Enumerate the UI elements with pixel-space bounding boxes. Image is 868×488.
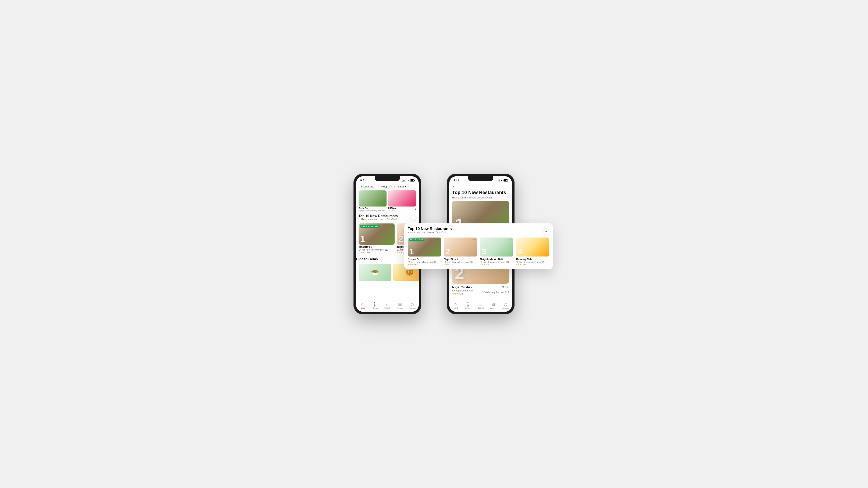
account-icon: ◎: [411, 302, 414, 307]
popup-rosarios-img-wrap: 20% off, up to $5 ♡ 1: [408, 237, 441, 257]
nigiri-star-icon: ★: [401, 252, 402, 254]
popup-rosarios[interactable]: 20% off, up to $5 ♡ 1 Rosario's 24 min •…: [408, 237, 441, 266]
detail-nigiri-rating: 4.8: [452, 292, 456, 295]
top10-title: Top 10 New Restaurants: [359, 214, 400, 218]
home-label: Home: [360, 307, 365, 309]
popup-bombay[interactable]: ♡ 4 Bombay Cafe 15 min • Free delivery o…: [516, 237, 550, 266]
sushi-bar-card[interactable]: Sushi Bar 30 min • Free delivery over $1…: [359, 190, 386, 212]
detail-rosarios-heart[interactable]: ♡: [503, 202, 507, 207]
hidden-gems-title: Hidden Gems: [356, 257, 378, 261]
rosarios-rank: 1: [360, 234, 365, 243]
nigiri-rating: 4.8: [397, 252, 400, 254]
dashpass-icon: ▶: [361, 186, 363, 188]
popup-nigiri-name: Nigiri Sushi: [444, 258, 477, 261]
search-icon: ⌕: [386, 302, 389, 306]
right-status-time: 9:41: [454, 179, 459, 182]
filter-bar: ▶ DashPass Pickup ★ Ratings ▾: [356, 183, 419, 190]
detail-title: Top 10 New Restaurants: [452, 190, 509, 195]
top10-section-header: Top 10 New Restaurants Highly rated and …: [356, 213, 419, 223]
popup-neighborhood-rating-row: 4.8 ★ (56): [480, 263, 513, 266]
rosarios-promo-badge: % 20% off, up to $5: [360, 225, 380, 228]
rosarios-info: Rosario's ▶ 24 min • Free delivery over …: [359, 246, 395, 254]
right-pickup-icon: 🚶: [466, 302, 470, 307]
liwood-heart-icon[interactable]: ♥: [414, 207, 416, 211]
popup-neighborhood-name: Neighborhood Deli: [480, 258, 513, 261]
popup-neighborhood-heart[interactable]: ♡: [509, 238, 512, 242]
popup-bombay-heart[interactable]: ♡: [546, 238, 548, 242]
rosarios-heart-icon[interactable]: ♡: [391, 225, 393, 228]
popup-bombay-star-icon: ★: [519, 263, 521, 266]
pickup-icon: 🚶: [373, 302, 377, 307]
right-account-icon: ◎: [504, 302, 507, 307]
popup-neighborhood-delivery: 35 min • Free delivery over $12: [480, 261, 513, 263]
sushi-bar-name: Sushi Bar: [359, 207, 386, 209]
right-orders-label: Orders: [490, 307, 496, 309]
popup-rosarios-rating-row: 4.9 ★ (103): [408, 263, 441, 266]
search-label: Search: [384, 307, 391, 309]
popup-nigiri[interactable]: ♡ 2 Nigiri Sushi 21 min • Free delivery …: [444, 237, 477, 266]
liwood-card[interactable]: Lil Woo 30 min • ♥: [388, 190, 416, 212]
detail-nigiri-bottom: $ • Japanese, Sushi 4.8 ★ (78) $0 delive…: [452, 289, 509, 295]
right-orders-icon: ▤: [491, 302, 495, 307]
popup-neighborhood-img-wrap: ♡ 3: [480, 237, 513, 257]
nav-home-left[interactable]: ⌂ Home: [358, 302, 367, 309]
orders-label: Orders: [397, 307, 403, 309]
pickup-label: Pickup: [380, 185, 388, 188]
dashpass-filter[interactable]: ▶ DashPass: [359, 184, 376, 189]
popup-nigiri-star-icon: ★: [447, 263, 449, 266]
detail-nigiri-name-row: Nigiri Sushi ▶ 21 min: [452, 285, 509, 289]
ratings-filter[interactable]: ★ Ratings ▾: [392, 184, 409, 189]
popup-bombay-delivery: 15 min • Free delivery over $1: [516, 261, 550, 263]
nav-search-left[interactable]: ⌕ Search: [383, 302, 392, 309]
detail-header: ←: [449, 183, 512, 190]
liwood-delivery: 30 min •: [388, 209, 396, 212]
popup-bombay-img-wrap: ♡ 4: [516, 237, 550, 257]
pickup-filter[interactable]: Pickup: [378, 184, 390, 189]
nav-pickup-right[interactable]: 🚶 Pickup: [464, 302, 472, 309]
pickup-nav-label: Pickup: [372, 307, 378, 309]
gem-card-1[interactable]: 🥗: [359, 264, 392, 281]
rosarios-delivery: 24 min • Free delivery over $12: [359, 249, 394, 251]
popup-bombay-rank: 4: [518, 248, 522, 256]
nav-pickup-left[interactable]: 🚶 Pickup: [371, 302, 379, 309]
bottom-nav-left: ⌂ Home 🚶 Pickup ⌕ Search ▤ Orders ◎ A: [356, 300, 419, 312]
popup-bombay-count: (45): [522, 263, 526, 266]
battery-icon: [410, 180, 414, 182]
top10-arrow-button[interactable]: →: [410, 215, 416, 221]
status-icons: ▲: [402, 179, 414, 182]
star-icon: ★: [394, 186, 396, 188]
sushi-bar-delivery: 30 min • Free delivery over $12: [359, 209, 386, 212]
account-label: Account: [409, 307, 416, 309]
popup-rosarios-count: (103): [413, 263, 418, 266]
popup-rosarios-star-icon: ★: [411, 263, 413, 266]
popup-nigiri-heart[interactable]: ♡: [473, 238, 476, 242]
nav-orders-right[interactable]: ▤ Orders: [489, 302, 497, 309]
detail-nigiri-dd-icon: ▶: [471, 286, 472, 289]
nav-account-right[interactable]: ◎ Account: [501, 302, 510, 309]
nav-account-left[interactable]: ◎ Account: [408, 302, 416, 309]
popup-nigiri-rank: 2: [446, 248, 450, 256]
rosarios-card[interactable]: % 20% off, up to $5 ♡ 1 Rosario's ▶ 24: [359, 223, 395, 254]
nav-search-right[interactable]: ⌕ Search: [476, 302, 485, 309]
popup-neighborhood-rating: 4.8: [480, 263, 483, 266]
rosarios-rating-row: 4.9 ★ (103): [359, 252, 394, 254]
popup-nigiri-img-wrap: ♡ 2: [444, 237, 477, 257]
popup-neighborhood[interactable]: ♡ 3 Neighborhood Deli 35 min • Free deli…: [480, 237, 513, 266]
popup-neighborhood-rank: 3: [482, 248, 486, 256]
popup-rosarios-heart[interactable]: ♡: [437, 238, 440, 242]
popup-rosarios-promo: 20% off, up to $5: [409, 238, 425, 241]
popup-nigiri-rating-row: 4.8 ★ (78): [444, 263, 477, 266]
popup-rosarios-delivery: 24 min • Free delivery over $12: [408, 261, 441, 263]
popup-card: Top 10 New Restaurants Highly rated and …: [404, 223, 553, 269]
status-time: 9:41: [360, 179, 366, 182]
nav-home-right[interactable]: ⌂ Home: [452, 302, 460, 309]
right-status-icons: ▲: [496, 179, 508, 182]
back-button[interactable]: ←: [452, 185, 456, 189]
popup-rosarios-rank: 1: [409, 248, 414, 256]
nigiri-rank: 2: [398, 234, 403, 243]
popup-arrow-button[interactable]: →: [542, 228, 549, 235]
nav-orders-left[interactable]: ▤ Orders: [396, 302, 404, 309]
detail-nigiri-info: Nigiri Sushi ▶ 21 min $ • Japanese, Sush…: [452, 285, 509, 295]
detail-nigiri-name: Nigiri Sushi: [452, 285, 470, 289]
popup-neighborhood-count: (56): [486, 263, 490, 266]
